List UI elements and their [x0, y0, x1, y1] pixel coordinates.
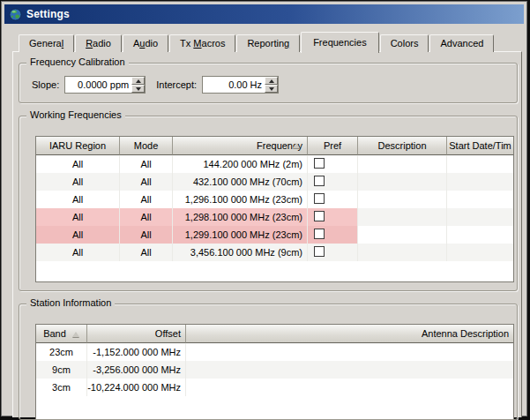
slope-spin-up-button[interactable] [131, 77, 145, 85]
pref-checkbox[interactable] [314, 158, 325, 169]
tab-advanced[interactable]: Advanced [429, 34, 494, 52]
intercept-spin-up-button[interactable] [265, 77, 278, 85]
column-header-offset[interactable]: Offset [87, 325, 186, 343]
slope-label: Slope: [32, 79, 59, 90]
intercept-value[interactable]: 0.00 Hz [203, 77, 265, 93]
column-header-frequency[interactable]: Frequency [173, 137, 308, 155]
column-header-description[interactable]: Description [358, 137, 447, 155]
column-header-mode[interactable]: Mode [120, 137, 173, 155]
tab-radio[interactable]: Radio [75, 34, 122, 52]
station-row[interactable]: 23cm -1,152.000 000 MHz [36, 343, 513, 361]
column-header-pref[interactable]: Pref [308, 137, 358, 155]
titlebar[interactable]: Settings [4, 4, 524, 24]
window-title: Settings [26, 8, 70, 20]
station-row[interactable]: 9cm -3,256.000 000 MHz [36, 361, 513, 379]
tab-colors[interactable]: Colors [380, 34, 429, 52]
station-row[interactable]: 3cm -10,224.000 000 MHz [36, 379, 513, 396]
tab-panel-frequencies: Frequency Calibration Slope: 0.0000 ppm … [12, 51, 522, 417]
frequency-row[interactable]: All All 432.100 000 MHz (70cm) [36, 173, 513, 191]
pref-checkbox[interactable] [314, 211, 325, 221]
tab-general[interactable]: General [19, 34, 74, 52]
globe-icon[interactable] [9, 8, 22, 21]
frequency-row[interactable]: All All 1,296.100 000 MHz (23cm) [36, 191, 513, 208]
intercept-spinbox[interactable]: 0.00 Hz [202, 76, 279, 94]
column-header-iaru-region[interactable]: IARU Region [36, 137, 120, 155]
tab-frequencies[interactable]: Frequencies [301, 32, 379, 53]
tab-audio[interactable]: Audio [123, 34, 168, 52]
pref-checkbox[interactable] [314, 246, 325, 257]
table-header: IARU Region Mode Frequency Pref Descript… [36, 137, 513, 155]
frequency-row-highlighted[interactable]: All All 1,298.100 000 MHz (23cm) [36, 208, 513, 226]
frequency-calibration-group: Frequency Calibration Slope: 0.0000 ppm … [19, 63, 518, 103]
table-header: Band Offset Antenna Description [36, 325, 513, 343]
tab-reporting[interactable]: Reporting [236, 34, 300, 52]
sort-ascending-icon [72, 332, 79, 337]
group-label: Working Frequencies [26, 109, 125, 120]
tab-bar: General Radio Audio Tx Macros Reporting … [19, 31, 495, 52]
slope-value[interactable]: 0.0000 ppm [65, 77, 131, 93]
working-frequencies-table: IARU Region Mode Frequency Pref Descript… [35, 136, 514, 282]
arrow-up-icon [269, 79, 274, 83]
column-header-start-date[interactable]: Start Date/Tim [447, 137, 513, 155]
group-label: Station Information [26, 297, 115, 308]
slope-spin-down-button[interactable] [131, 85, 145, 93]
station-information-group: Station Information Band Offset Antenna … [19, 304, 518, 420]
slope-spinbox[interactable]: 0.0000 ppm [64, 76, 146, 94]
group-label: Frequency Calibration [26, 56, 129, 67]
frequency-row[interactable]: All All 3,456.100 000 MHz (9cm) [36, 244, 513, 261]
column-header-band[interactable]: Band [36, 325, 87, 343]
sort-ascending-icon [293, 143, 300, 148]
intercept-spin-down-button[interactable] [265, 85, 278, 93]
pref-checkbox[interactable] [314, 193, 325, 204]
pref-checkbox[interactable] [314, 229, 325, 239]
column-header-antenna-description[interactable]: Antenna Description [186, 325, 513, 343]
intercept-label: Intercept: [156, 79, 197, 90]
frequency-row-highlighted[interactable]: All All 1,299.100 000 MHz (23cm) [36, 226, 513, 244]
frequency-row[interactable]: All All 144.200 000 MHz (2m) [36, 155, 513, 173]
arrow-up-icon [136, 79, 141, 83]
station-information-table: Band Offset Antenna Description 23cm -1,… [35, 324, 514, 419]
settings-window: Settings General Radio Audio Tx Macros R… [1, 1, 527, 416]
calibration-controls: Slope: 0.0000 ppm Intercept: 0.00 Hz [32, 76, 289, 94]
arrow-down-icon [269, 87, 274, 91]
working-frequencies-group: Working Frequencies IARU Region Mode Fre… [19, 116, 518, 291]
tab-tx-macros[interactable]: Tx Macros [169, 34, 235, 52]
pref-checkbox[interactable] [314, 176, 325, 186]
screen: Settings General Radio Audio Tx Macros R… [0, 0, 530, 420]
arrow-down-icon [136, 87, 141, 91]
